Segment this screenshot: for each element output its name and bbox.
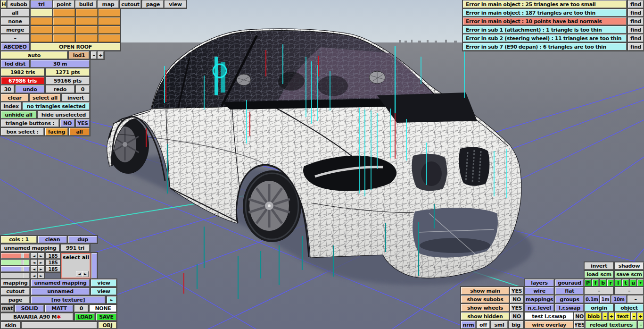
alpha-increment-button[interactable]: ► xyxy=(38,273,44,278)
slider-red[interactable] xyxy=(1,253,30,259)
error-row[interactable]: Error in sub 7 (E90 depan) : 6 triangles… xyxy=(463,43,627,51)
nrm-off-button[interactable]: off xyxy=(477,321,490,329)
subob-dash-button[interactable]: – xyxy=(1,34,29,42)
model-name[interactable]: BAVARIA A90 M✱ xyxy=(1,313,73,321)
invert-button[interactable]: invert xyxy=(585,262,613,270)
index-button[interactable]: index xyxy=(1,102,21,110)
blob-minus-button[interactable]: – xyxy=(603,312,608,320)
lod-grid-cell[interactable] xyxy=(99,34,120,42)
lod-grid-cell[interactable] xyxy=(53,34,75,42)
lod-grid-cell[interactable] xyxy=(99,26,120,34)
find-button[interactable]: find xyxy=(628,26,644,34)
tab-build[interactable]: build xyxy=(75,0,97,8)
obj-button[interactable]: OBJ xyxy=(99,322,116,329)
lod-grid-cell[interactable] xyxy=(31,9,52,17)
wire-overlay-toggle[interactable]: YES xyxy=(574,321,585,329)
nrm-button[interactable]: nrm xyxy=(461,321,476,329)
lod-plus-button[interactable]: + xyxy=(98,51,104,59)
layer-toggle-r[interactable]: r xyxy=(607,279,614,287)
dup-button[interactable]: dup xyxy=(68,236,97,243)
green-increment-button[interactable]: ► xyxy=(38,260,44,265)
text-button[interactable]: text xyxy=(615,312,630,320)
lod-grid-cell[interactable] xyxy=(53,17,75,25)
red-decrement-button[interactable]: ◄ xyxy=(31,253,37,259)
mapping-view-button[interactable]: view xyxy=(91,279,116,287)
prev-arrow-button[interactable]: ◄ xyxy=(76,271,83,277)
skin-button[interactable]: skin xyxy=(1,322,20,329)
mapping-row-label[interactable]: mapping xyxy=(1,279,30,287)
lod-grid-cell[interactable] xyxy=(53,9,75,17)
nrm-big-button[interactable]: big xyxy=(509,321,523,329)
groups-button[interactable]: groups xyxy=(555,295,584,303)
abcdeo-button[interactable]: ABCDEO xyxy=(1,43,29,51)
error-row[interactable]: Error in sub 2 (steering wheel) : 11 tri… xyxy=(463,34,627,42)
show-main-label[interactable]: show main xyxy=(461,287,509,295)
mappings-button[interactable]: mappings xyxy=(525,295,554,303)
triangle-buttons-no[interactable]: NO xyxy=(60,119,74,127)
error-row[interactable]: Error in main object : 10 points have ba… xyxy=(463,17,627,25)
mapping-select-all-box[interactable]: select all ◄ ► xyxy=(61,253,91,278)
mat-matt-button[interactable]: MATT xyxy=(45,305,73,312)
page-row-label[interactable]: page xyxy=(1,296,30,304)
cutout-row-label[interactable]: cutout xyxy=(1,288,30,295)
text-minus-button[interactable]: – xyxy=(631,312,636,320)
lod-dist-label[interactable]: lod dist xyxy=(1,60,29,67)
load-button[interactable]: LOAD xyxy=(75,313,95,321)
layer-toggle-b[interactable]: b xyxy=(600,279,606,287)
mapping-name[interactable]: unnamed mapping xyxy=(1,245,59,252)
grid-10m-button[interactable]: 10m xyxy=(611,295,627,303)
dash-button[interactable]: – xyxy=(627,295,644,303)
nrm-sml-button[interactable]: sml xyxy=(491,321,508,329)
auto-button[interactable]: auto xyxy=(1,51,67,59)
clear-button[interactable]: clear xyxy=(1,94,28,101)
error-row[interactable]: Error in sub 1 (attachment) : 1 triangle… xyxy=(463,26,627,34)
show-subobs-toggle[interactable]: NO xyxy=(510,295,523,303)
layer-toggle-t[interactable]: t xyxy=(622,279,629,287)
blob-button[interactable]: blob xyxy=(586,312,602,320)
layer-toggle-p[interactable]: P xyxy=(585,279,591,287)
dash-button[interactable]: – xyxy=(615,287,644,295)
load-scm-button[interactable]: load scm xyxy=(585,271,613,278)
layers-button[interactable]: layers xyxy=(525,279,554,287)
nc-level-button[interactable]: n.c.level xyxy=(525,304,554,312)
lod-grid-cell[interactable] xyxy=(76,9,98,17)
hide-unselected-button[interactable]: hide unselected xyxy=(38,111,90,118)
origin-button[interactable]: origin xyxy=(585,304,613,312)
error-row[interactable]: Error in main object : 187 triangles are… xyxy=(463,9,627,17)
show-main-toggle[interactable]: YES xyxy=(510,287,523,295)
grid-01m-button[interactable]: 0.1m xyxy=(585,295,599,303)
lod-grid-cell[interactable] xyxy=(31,34,52,42)
blob-plus-button[interactable]: + xyxy=(609,312,614,320)
test-lr-swap-toggle[interactable]: NO xyxy=(574,312,585,320)
flat-button[interactable]: flat xyxy=(555,287,584,295)
triangle-buttons-yes[interactable]: YES xyxy=(76,119,90,127)
unhide-all-button[interactable]: unhide all xyxy=(1,111,36,118)
show-hidden-label[interactable]: show hidden xyxy=(461,312,509,320)
page-next-button[interactable]: ► xyxy=(107,296,116,304)
save-button[interactable]: SAVE xyxy=(96,313,116,321)
mat-zero-button[interactable]: 0 xyxy=(74,305,88,312)
layer-toggle-dot[interactable]: • xyxy=(637,279,644,287)
skin-name-field[interactable] xyxy=(22,322,97,329)
lod-grid-cell[interactable] xyxy=(76,34,98,42)
select-all-button[interactable]: select all xyxy=(30,94,60,101)
mat-none-button[interactable]: NONE xyxy=(90,305,116,312)
page-texture-value[interactable]: [no texture] xyxy=(31,296,105,304)
layer-toggle-u[interactable]: u xyxy=(630,279,636,287)
tab-page[interactable]: page xyxy=(142,0,164,8)
undo-button[interactable]: undo xyxy=(16,85,44,93)
error-row[interactable]: Error in main object : 25 triangles are … xyxy=(463,0,627,8)
clean-button[interactable]: clean xyxy=(38,236,67,243)
lod-dist-value[interactable]: 30 m xyxy=(31,60,90,67)
reload-textures-button[interactable]: reload textures xyxy=(586,321,637,329)
object-button[interactable]: object xyxy=(615,304,644,312)
test-lr-swap-button[interactable]: test l.r.swap xyxy=(525,312,573,320)
slider-alpha[interactable] xyxy=(1,273,30,278)
cols-button[interactable]: cols : 1 xyxy=(1,236,37,243)
cutout-row-value[interactable]: unnamed xyxy=(31,288,90,295)
dash-button[interactable]: – xyxy=(585,287,613,295)
lod-grid-cell[interactable] xyxy=(53,26,75,34)
wire-overlay-label[interactable]: wire overlay xyxy=(525,321,573,329)
mapping-scrollbar[interactable] xyxy=(91,253,97,278)
alpha-decrement-button[interactable]: ◄ xyxy=(31,273,37,278)
